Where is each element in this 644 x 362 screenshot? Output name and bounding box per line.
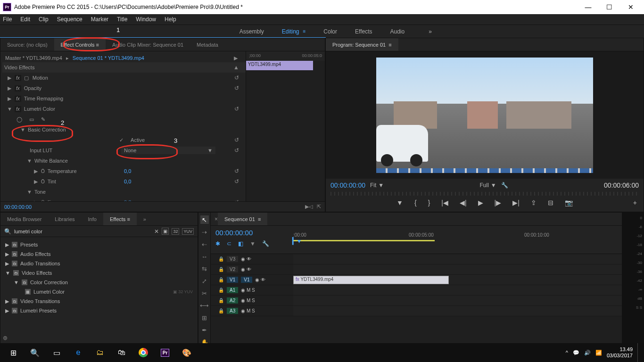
maximize-button[interactable]: ☐ [599,0,620,14]
effects-tree-node[interactable]: ▶🗀Lumetri Presets [5,306,193,315]
action-center-icon[interactable]: 💬 [573,350,579,356]
program-viewport[interactable] [326,51,644,179]
panel-overflow-icon[interactable]: » [137,213,153,225]
wrench-icon[interactable]: 🔧 [501,182,508,189]
workspace-editing[interactable]: Editing [282,28,299,35]
track-select-tool-icon[interactable]: ⇢ [200,228,209,236]
active-check-icon[interactable]: ✓ [119,137,124,143]
chrome-icon[interactable] [134,345,153,360]
lift-icon[interactable]: ⇪ [531,199,537,206]
step-forward-icon[interactable]: |▶ [495,199,502,206]
goto-in-icon[interactable]: |◀ [441,199,448,206]
ripple-edit-tool-icon[interactable]: ↔ [200,252,209,261]
mask-ellipse-icon[interactable]: ◯ [17,116,22,123]
rolling-edit-tool-icon[interactable]: ⇆ [200,264,209,273]
audio-track[interactable]: 🔒A2◉ M S [211,296,622,306]
tint-value[interactable]: 0,0 [124,179,131,184]
full-dropdown[interactable]: Full ▼ [480,182,496,189]
edge-icon[interactable]: e [69,345,88,360]
tray-expand-icon[interactable]: ^ [566,350,568,355]
reset-icon[interactable]: ↺ [234,147,239,154]
reset-icon[interactable]: ↺ [234,74,239,81]
lumetri-color-effect[interactable]: Lumetri Color [24,106,55,112]
slip-tool-icon[interactable]: ⟷ [200,301,209,310]
step-back-icon[interactable]: ◀| [460,199,467,206]
fit-dropdown[interactable]: Fit ▼ [370,182,384,189]
slide-tool-icon[interactable]: ⊞ [200,313,209,322]
panel-tab-effects[interactable]: Effects ≡ [103,213,137,225]
volume-icon[interactable]: 🔊 [584,350,591,356]
panel-tab-media-browser[interactable]: Media Browser [0,213,48,225]
panel-tab[interactable]: Effect Controls ≡ [54,38,106,51]
effects-search-input[interactable] [14,229,151,234]
toggle-view-icon[interactable]: ▶◁ ⇱ [305,204,321,210]
menu-clip[interactable]: Clip [39,16,49,23]
track-select-back-tool-icon[interactable]: ⇠ [200,240,209,248]
yuv-fx-icon[interactable]: YUV [182,228,194,235]
mark-in-icon[interactable]: { [414,199,417,206]
wifi-icon[interactable]: 📶 [595,350,602,356]
menu-file[interactable]: File [3,16,12,23]
mark-out-icon[interactable]: } [428,199,430,206]
temperature-param[interactable]: Temperature [48,168,77,174]
timeline-ruler[interactable]: ▎▾ :00:0000:00:05:0000:00:10:00 [293,226,622,254]
stopwatch-icon[interactable]: Ö [41,179,45,184]
temperature-value[interactable]: 0,0 [124,168,131,174]
program-tab[interactable]: Program: Sequence 01 ≡ [326,38,398,51]
effects-tree[interactable]: ▶🗀Presets▶🗀Audio Effects▶🗀Audio Transiti… [0,237,198,318]
workspace-color[interactable]: Color [323,28,337,35]
linked-selection-icon[interactable]: ⊂ [227,240,231,247]
effects-tree-node[interactable]: ▼🗀Video Effects [5,268,193,278]
add-marker-tl-icon[interactable]: ◧ [238,240,243,247]
settings-icon[interactable]: 🔧 [262,240,269,247]
selection-tool-icon[interactable]: ↖ [200,215,209,224]
effects-tree-node[interactable]: ▦Lumetri Color▣ 32 YUV [5,287,193,296]
effects-tree-node[interactable]: ▶🗀Audio Transitions [5,259,193,268]
close-button[interactable]: ✕ [620,0,641,14]
search-taskbar-icon[interactable]: 🔍 [25,345,44,360]
program-timecode-left[interactable]: 00:00:00:00 [330,181,365,189]
effects-tree-node[interactable]: ▶🗀Presets [5,240,193,249]
panel-tab[interactable]: Source: (no clips) [0,38,54,51]
workspace-audio[interactable]: Audio [390,28,405,35]
sequence-tab[interactable]: Sequence 01 ≡ [218,213,267,225]
timeline-timecode[interactable]: 00:00:00:00 [215,229,289,237]
32bit-fx-icon[interactable]: 32 [172,228,179,235]
add-marker-icon[interactable]: ▼ [396,199,403,206]
effects-tree-node[interactable]: ▼🗀Color Correction [5,278,193,287]
menu-help[interactable]: Help [165,16,176,23]
panel-tab-info[interactable]: Info [82,213,103,225]
basic-correction-section[interactable]: Basic Correction [28,127,66,132]
razor-tool-icon[interactable]: ✂ [200,289,209,297]
pen-tool-icon[interactable]: ✒ [200,326,209,334]
effect-controls-timecode[interactable]: 00:00:00:00 [4,204,32,210]
tone-section[interactable]: Tone [34,189,46,195]
panel-tab-libraries[interactable]: Libraries [48,213,81,225]
stopwatch-icon[interactable]: Ö [41,169,45,174]
menu-edit[interactable]: Edit [20,16,30,23]
marker-icon[interactable]: ▼ [250,240,256,247]
explorer-icon[interactable]: 🗂 [91,345,109,360]
tint-param[interactable]: Tint [48,179,56,184]
panel-tab[interactable]: Audio Clip Mixer: Sequence 01 [106,38,190,51]
clear-search-icon[interactable]: ✕ [154,228,159,235]
audio-track[interactable]: 🔒A1◉ M S [211,285,622,296]
menu-window[interactable]: Window [136,16,156,23]
taskbar-clock[interactable]: 13.49 03/03/2017 [607,346,633,359]
reset-icon[interactable]: ↺ [234,168,239,174]
playhead-icon[interactable]: ▎▾ [292,237,301,245]
white-balance-section[interactable]: White Balance [34,158,68,164]
menu-title[interactable]: Title [117,16,127,23]
reset-icon[interactable]: ↺ [234,106,239,112]
creative-cloud-icon[interactable]: ⊚ [3,335,8,341]
play-icon[interactable]: ▶ [478,199,483,206]
mask-pen-icon[interactable]: ✎ [41,116,45,123]
snap-icon[interactable]: ✱ [215,240,220,247]
effects-tree-node[interactable]: ▶🗀Video Transitions [5,296,193,306]
export-frame-icon[interactable]: 📷 [565,199,573,206]
workspace-effects[interactable]: Effects [355,28,372,35]
rate-stretch-tool-icon[interactable]: ⤢ [200,277,209,285]
workspace-assembly[interactable]: Assembly [239,28,264,35]
audio-track[interactable]: 🔒A3◉ M S [211,306,622,316]
video-track[interactable]: 🔒V3◉ 👁 [211,254,622,264]
